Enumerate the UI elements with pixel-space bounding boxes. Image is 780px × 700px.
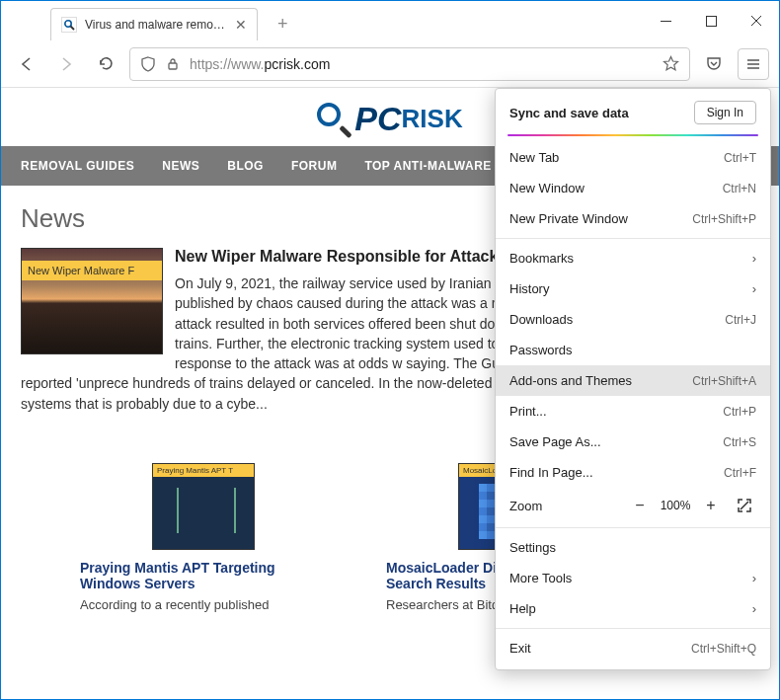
menu-save-page-as[interactable]: Save Page As...Ctrl+S	[496, 427, 770, 457]
tabs-strip: Virus and malware removal inst ✕ +	[1, 1, 298, 40]
zoom-out-button[interactable]: −	[628, 494, 652, 517]
zoom-controls: − 100% +	[628, 494, 756, 517]
shield-icon[interactable]	[140, 56, 156, 72]
menu-print[interactable]: Print...Ctrl+P	[496, 396, 770, 427]
minimize-button[interactable]	[643, 1, 688, 40]
close-window-button[interactable]	[734, 1, 779, 40]
chevron-right-icon: ›	[752, 571, 756, 585]
tab-label: Virus and malware removal inst	[85, 18, 227, 32]
back-button[interactable]	[11, 48, 42, 80]
nav-news[interactable]: NEWS	[162, 159, 199, 173]
card-banner: Praying Mantis APT T	[153, 464, 254, 477]
zoom-in-button[interactable]: +	[699, 494, 723, 517]
nav-top-antimalware[interactable]: TOP ANTI-MALWARE	[364, 159, 491, 173]
svg-point-0	[65, 21, 71, 27]
new-tab-button[interactable]: +	[268, 8, 298, 40]
menu-sync-title: Sync and save data	[509, 106, 629, 120]
fullscreen-button[interactable]	[733, 494, 756, 517]
lock-icon[interactable]	[166, 57, 180, 71]
menu-header: Sync and save data Sign In	[496, 89, 770, 134]
svg-line-1	[71, 27, 75, 31]
menu-zoom: Zoom − 100% +	[496, 488, 770, 523]
menu-addons-themes[interactable]: Add-ons and ThemesCtrl+Shift+A	[496, 365, 770, 396]
menu-exit[interactable]: ExitCtrl+Shift+Q	[496, 633, 770, 663]
browser-toolbar: https://www.pcrisk.com	[1, 40, 779, 88]
menu-more-tools[interactable]: More Tools›	[496, 563, 770, 593]
menu-new-window[interactable]: New WindowCtrl+N	[496, 173, 770, 203]
bookmark-star-icon[interactable]	[663, 55, 679, 72]
hamburger-menu-button[interactable]	[738, 48, 769, 80]
browser-tab[interactable]: Virus and malware removal inst ✕	[50, 8, 258, 40]
titlebar: Virus and malware removal inst ✕ +	[1, 1, 779, 40]
menu-divider-rainbow	[507, 134, 758, 136]
card-image: Praying Mantis APT T	[152, 463, 255, 550]
chevron-right-icon: ›	[752, 281, 756, 296]
menu-downloads[interactable]: DownloadsCtrl+J	[496, 304, 770, 335]
menu-bookmarks[interactable]: Bookmarks›	[496, 243, 770, 273]
window-controls	[643, 1, 779, 40]
nav-forum[interactable]: FORUM	[291, 159, 338, 173]
menu-separator	[496, 527, 770, 528]
menu-new-private-window[interactable]: New Private WindowCtrl+Shift+P	[496, 203, 770, 234]
svg-rect-6	[169, 63, 177, 69]
logo-pc-text: PC	[354, 100, 401, 138]
card-praying-mantis[interactable]: Praying Mantis APT T Praying Mantis APT …	[80, 463, 327, 612]
svg-rect-3	[706, 16, 716, 26]
reload-button[interactable]	[90, 48, 121, 80]
favicon-icon	[61, 17, 77, 33]
card-excerpt: According to a recently published	[80, 597, 327, 612]
sign-in-button[interactable]: Sign In	[694, 101, 756, 124]
zoom-value: 100%	[654, 499, 697, 512]
article-thumbnail[interactable]: New Wiper Malware F	[21, 248, 163, 354]
menu-separator	[496, 238, 770, 239]
nav-removal-guides[interactable]: REMOVAL GUIDES	[21, 159, 134, 173]
pocket-icon[interactable]	[698, 48, 730, 80]
close-tab-icon[interactable]: ✕	[235, 17, 247, 33]
site-logo[interactable]: PCRISK	[317, 100, 462, 138]
app-menu-panel: Sync and save data Sign In New TabCtrl+T…	[495, 88, 771, 670]
menu-help[interactable]: Help›	[496, 593, 770, 624]
menu-passwords[interactable]: Passwords	[496, 335, 770, 365]
menu-history[interactable]: History›	[496, 273, 770, 304]
nav-blog[interactable]: BLOG	[227, 159, 264, 173]
forward-button[interactable]	[50, 48, 82, 80]
url-bar[interactable]: https://www.pcrisk.com	[129, 47, 690, 81]
url-text: https://www.pcrisk.com	[190, 56, 330, 72]
svg-line-10	[741, 502, 748, 509]
menu-separator	[496, 628, 770, 629]
chevron-right-icon: ›	[752, 251, 756, 266]
menu-find-in-page[interactable]: Find In Page...Ctrl+F	[496, 457, 770, 488]
menu-new-tab[interactable]: New TabCtrl+T	[496, 142, 770, 173]
menu-settings[interactable]: Settings	[496, 532, 770, 563]
maximize-button[interactable]	[688, 1, 734, 40]
chevron-right-icon: ›	[752, 601, 756, 616]
thumbnail-banner: New Wiper Malware F	[22, 261, 162, 280]
logo-magnifier-icon	[317, 103, 351, 136]
zoom-label: Zoom	[509, 499, 628, 513]
logo-risk-text: RISK	[402, 104, 463, 134]
card-title: Praying Mantis APT Targeting Windows Ser…	[80, 560, 327, 591]
